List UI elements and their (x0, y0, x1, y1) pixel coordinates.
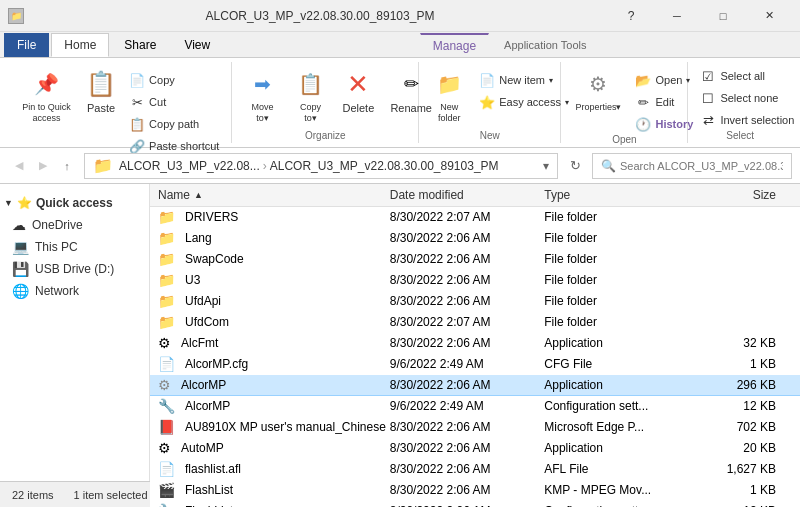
file-name-cell: 📁 Lang (158, 230, 390, 246)
file-name-cell: 📁 U3 (158, 272, 390, 288)
move-to-icon: ➡ (246, 68, 278, 100)
usb-drive-label: USB Drive (D:) (35, 262, 114, 276)
file-name: AU8910X MP user's manual_Chinese (185, 420, 386, 434)
history-icon: 🕐 (635, 116, 651, 132)
file-name-cell: 🔧 FlashList (158, 503, 390, 507)
properties-icon: ⚙ (582, 68, 614, 100)
table-row[interactable]: 📁 U3 8/30/2022 2:06 AM File folder (150, 270, 800, 291)
table-row[interactable]: 📁 Lang 8/30/2022 2:06 AM File folder (150, 228, 800, 249)
folder-path-icon: 📁 (93, 156, 113, 175)
paste-label: Paste (87, 102, 115, 114)
back-button[interactable]: ◀ (8, 155, 30, 177)
invert-selection-icon: ⇄ (700, 112, 716, 128)
quick-access-header[interactable]: ▼ ⭐ Quick access (0, 192, 149, 214)
network-icon: 🌐 (12, 283, 29, 299)
invert-selection-label: Invert selection (720, 114, 794, 126)
tab-application-tools[interactable]: Application Tools (491, 33, 599, 57)
forward-button[interactable]: ▶ (32, 155, 54, 177)
copy-to-button[interactable]: 📋 Copyto▾ (288, 66, 332, 126)
table-row[interactable]: ⚙ AlcFmt 8/30/2022 2:06 AM Application 3… (150, 333, 800, 354)
table-row[interactable]: ⚙ AutoMP 8/30/2022 2:06 AM Application 2… (150, 438, 800, 459)
sidebar-item-onedrive[interactable]: ☁ OneDrive (0, 214, 149, 236)
tab-file[interactable]: File (4, 33, 49, 57)
file-name-cell: 📁 UfdApi (158, 293, 390, 309)
app-icon: ⚙ (158, 335, 171, 351)
file-size: 1,627 KB (699, 462, 792, 476)
cut-icon: ✂ (129, 94, 145, 110)
clipboard-group: 📌 Pin to Quick access 📋 Paste 📄 Copy ✂ C… (8, 62, 232, 143)
file-date: 8/30/2022 2:06 AM (390, 483, 545, 497)
table-row[interactable]: 📁 UfdApi 8/30/2022 2:06 AM File folder (150, 291, 800, 312)
tab-share[interactable]: Share (111, 33, 169, 57)
col-name-label: Name (158, 188, 190, 202)
copy-button[interactable]: 📄 Copy (125, 70, 223, 90)
new-folder-button[interactable]: 📁 Newfolder (427, 66, 471, 126)
col-header-type[interactable]: Type (544, 188, 699, 202)
table-row[interactable]: 📁 SwapCode 8/30/2022 2:06 AM File folder (150, 249, 800, 270)
select-all-button[interactable]: ☑ Select all (696, 66, 769, 86)
file-name: Lang (185, 231, 212, 245)
delete-icon: ✕ (342, 68, 374, 100)
table-row[interactable]: 🔧 FlashList 8/30/2022 2:06 AM Configurat… (150, 501, 800, 507)
properties-button[interactable]: ⚙ Properties▾ (569, 66, 627, 115)
file-name-cell: ⚙ AutoMP (158, 440, 390, 456)
table-row[interactable]: 📄 flashlist.afl 8/30/2022 2:06 AM AFL Fi… (150, 459, 800, 480)
file-name: UfdCom (185, 315, 229, 329)
tab-view[interactable]: View (171, 33, 223, 57)
delete-button[interactable]: ✕ Delete (336, 66, 380, 116)
ribbon-tabs: File Home Share View Manage Application … (0, 32, 800, 58)
app-icon: ⚙ (158, 440, 171, 456)
tab-home[interactable]: Home (51, 33, 109, 57)
sidebar-item-usb-drive[interactable]: 💾 USB Drive (D:) (0, 258, 149, 280)
file-list-header: Name ▲ Date modified Type Size (150, 184, 800, 207)
easy-access-button[interactable]: ⭐ Easy access ▾ (475, 92, 573, 112)
easy-access-icon: ⭐ (479, 94, 495, 110)
minimize-button[interactable]: ─ (654, 0, 700, 32)
table-row[interactable]: 📁 UfdCom 8/30/2022 2:07 AM File folder (150, 312, 800, 333)
pin-to-quick-access-button[interactable]: 📌 Pin to Quick access (16, 66, 77, 126)
sidebar-item-this-pc[interactable]: 💻 This PC (0, 236, 149, 258)
copy-path-button[interactable]: 📋 Copy path (125, 114, 223, 134)
file-size: 296 KB (699, 378, 792, 392)
path-part-2: ALCOR_U3_MP_v22.08.30.00_89103_PM (270, 159, 499, 173)
main-content: ▼ ⭐ Quick access ☁ OneDrive 💻 This PC 💾 … (0, 184, 800, 481)
gear-icon: ⚙ (158, 377, 171, 393)
file-size: 1 KB (699, 483, 792, 497)
up-button[interactable]: ↑ (56, 155, 78, 177)
cut-button[interactable]: ✂ Cut (125, 92, 223, 112)
table-row[interactable]: 📕 AU8910X MP user's manual_Chinese 8/30/… (150, 417, 800, 438)
settings-icon: 🔧 (158, 398, 175, 414)
table-row[interactable]: 🔧 AlcorMP 9/6/2022 2:49 AM Configuration… (150, 396, 800, 417)
paste-button[interactable]: 📋 Paste (81, 66, 121, 116)
table-row[interactable]: 📄 AlcorMP.cfg 9/6/2022 2:49 AM CFG File … (150, 354, 800, 375)
sidebar-item-network[interactable]: 🌐 Network (0, 280, 149, 302)
file-date: 8/30/2022 2:06 AM (390, 252, 545, 266)
path-dropdown-chevron[interactable]: ▾ (543, 159, 549, 173)
search-input[interactable] (620, 160, 783, 172)
file-name-cell: 📁 SwapCode (158, 251, 390, 267)
table-row[interactable]: 📁 DRIVERS 8/30/2022 2:07 AM File folder (150, 207, 800, 228)
col-header-name[interactable]: Name ▲ (158, 188, 390, 202)
search-box[interactable]: 🔍 (592, 153, 792, 179)
folder-icon: 📁 (158, 293, 175, 309)
refresh-button[interactable]: ↻ (564, 155, 586, 177)
col-header-date[interactable]: Date modified (390, 188, 545, 202)
file-list: Name ▲ Date modified Type Size 📁 DRIVERS… (150, 184, 800, 507)
file-size: 32 KB (699, 336, 792, 350)
col-header-size[interactable]: Size (699, 188, 792, 202)
address-path[interactable]: 📁 ALCOR_U3_MP_v22.08... › ALCOR_U3_MP_v2… (84, 153, 558, 179)
file-type: Microsoft Edge P... (544, 420, 699, 434)
help-button[interactable]: ? (608, 0, 654, 32)
select-none-button[interactable]: ☐ Select none (696, 88, 782, 108)
file-date: 8/30/2022 2:06 AM (390, 273, 545, 287)
address-bar: ◀ ▶ ↑ 📁 ALCOR_U3_MP_v22.08... › ALCOR_U3… (0, 148, 800, 184)
table-row[interactable]: ⚙ AlcorMP 8/30/2022 2:06 AM Application … (150, 375, 800, 396)
move-to-button[interactable]: ➡ Moveto▾ (240, 66, 284, 126)
invert-selection-button[interactable]: ⇄ Invert selection (696, 110, 798, 130)
close-button[interactable]: ✕ (746, 0, 792, 32)
new-item-button[interactable]: 📄 New item ▾ (475, 70, 573, 90)
file-date: 8/30/2022 2:06 AM (390, 441, 545, 455)
tab-manage[interactable]: Manage (420, 33, 489, 57)
table-row[interactable]: 🎬 FlashList 8/30/2022 2:06 AM KMP - MPEG… (150, 480, 800, 501)
maximize-button[interactable]: □ (700, 0, 746, 32)
